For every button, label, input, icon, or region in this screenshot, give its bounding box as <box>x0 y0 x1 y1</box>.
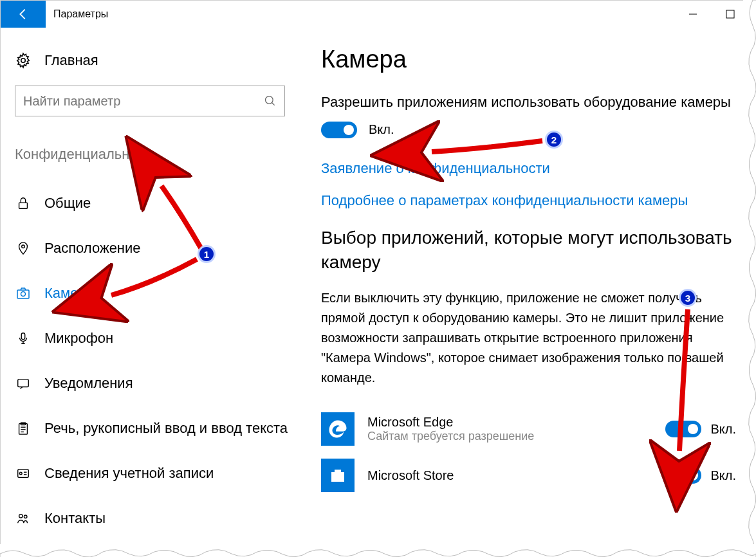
torn-edge-right <box>743 0 756 557</box>
link-privacy-settings-more[interactable]: Подробнее о параметрах конфиденциальност… <box>321 192 736 209</box>
annotation-badge-3: 3 <box>679 289 697 307</box>
content-area: Главная Конфиденциальность Общие Располо… <box>1 28 749 549</box>
app-name: Microsoft Store <box>367 468 652 483</box>
app-name: Microsoft Edge <box>367 415 652 430</box>
search-input[interactable] <box>23 94 264 109</box>
app-row-edge: Microsoft Edge Сайтам требуется разрешен… <box>321 406 736 452</box>
sidebar-item-label: Микрофон <box>44 330 113 347</box>
sidebar-item-speech[interactable]: Речь, рукописный ввод и ввод текста <box>15 406 316 451</box>
camera-icon <box>15 286 32 301</box>
app-subtitle: Сайтам требуется разрешение <box>367 430 652 443</box>
toggle-allow-camera[interactable] <box>321 122 357 138</box>
toggle-state-label: Вкл. <box>710 422 736 437</box>
toggle-app-store[interactable] <box>665 467 701 484</box>
window-controls <box>674 1 749 28</box>
minimize-button[interactable] <box>674 1 712 28</box>
torn-edge-bottom <box>0 544 756 557</box>
choose-apps-description: Если выключить эту функцию, приложение н… <box>321 288 736 388</box>
back-arrow-icon <box>16 7 30 21</box>
sidebar-item-label: Уведомления <box>44 375 133 392</box>
svg-rect-1 <box>726 10 734 18</box>
choose-apps-heading: Выбор приложений, которые могут использо… <box>321 226 736 275</box>
sidebar-item-label: Контакты <box>44 510 106 527</box>
home-label: Главная <box>44 52 98 69</box>
sidebar: Главная Конфиденциальность Общие Располо… <box>1 28 316 549</box>
lock-icon <box>15 196 32 210</box>
sidebar-item-account-info[interactable]: Сведения учетной записи <box>15 451 316 496</box>
page-title: Камера <box>321 46 736 73</box>
svg-point-8 <box>21 292 26 297</box>
sidebar-item-label: Расположение <box>44 240 141 257</box>
window-title: Параметры <box>46 1 108 28</box>
sidebar-item-contacts[interactable]: Контакты <box>15 496 316 541</box>
svg-point-21 <box>24 515 27 518</box>
sidebar-item-general[interactable]: Общие <box>15 181 316 226</box>
sidebar-item-camera[interactable]: Камера <box>15 271 316 316</box>
sidebar-item-location[interactable]: Расположение <box>15 226 316 271</box>
svg-point-17 <box>20 472 23 475</box>
allow-apps-text: Разрешить приложениям использовать обору… <box>321 93 736 113</box>
contacts-icon <box>15 511 32 525</box>
svg-point-6 <box>22 245 25 248</box>
svg-rect-9 <box>21 333 25 340</box>
svg-point-20 <box>19 515 23 518</box>
sidebar-item-microphone[interactable]: Микрофон <box>15 316 316 361</box>
microphone-icon <box>15 331 32 345</box>
sidebar-item-home[interactable]: Главная <box>15 52 316 69</box>
svg-point-3 <box>266 96 273 104</box>
link-privacy-statement[interactable]: Заявление о конфиденциальности <box>321 160 736 177</box>
search-icon <box>264 95 277 107</box>
notifications-icon <box>15 376 32 390</box>
gear-icon <box>15 52 32 69</box>
toggle-state-label: Вкл. <box>710 468 736 483</box>
svg-rect-5 <box>19 203 28 208</box>
minimize-icon <box>688 10 697 19</box>
maximize-icon <box>726 10 735 19</box>
sidebar-section-label: Конфиденциальность <box>15 146 316 163</box>
svg-point-2 <box>21 59 26 63</box>
annotation-badge-1: 1 <box>198 245 216 263</box>
edge-icon <box>321 412 355 446</box>
search-box[interactable] <box>15 86 285 116</box>
annotation-badge-2: 2 <box>545 131 563 149</box>
svg-line-4 <box>272 103 275 105</box>
svg-rect-10 <box>18 379 29 387</box>
titlebar: Параметры <box>1 1 749 28</box>
sidebar-item-label: Общие <box>44 195 91 212</box>
sidebar-item-label: Сведения учетной записи <box>44 465 214 482</box>
sidebar-item-notifications[interactable]: Уведомления <box>15 361 316 406</box>
toggle-row-allow: Вкл. <box>321 122 736 138</box>
location-icon <box>15 241 32 255</box>
back-button[interactable] <box>1 1 46 28</box>
toggle-app-edge[interactable] <box>665 421 701 437</box>
settings-window: Параметры Главная <box>0 0 750 550</box>
sidebar-item-label: Камера <box>44 285 94 302</box>
clipboard-icon <box>15 421 32 435</box>
main-panel: Камера Разрешить приложениям использоват… <box>316 28 749 549</box>
store-icon <box>321 459 355 492</box>
app-row-store: Microsoft Store Вкл. <box>321 452 736 498</box>
account-icon <box>15 466 32 480</box>
sidebar-item-label: Речь, рукописный ввод и ввод текста <box>44 420 288 437</box>
toggle-state-label: Вкл. <box>369 122 394 137</box>
